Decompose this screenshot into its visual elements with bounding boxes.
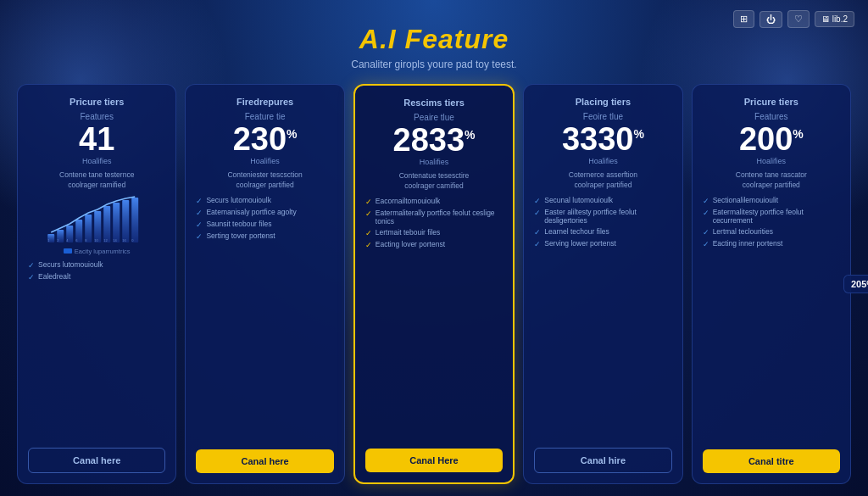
cards-row: Pricure tiers Features 41 Hoalifies Cont… <box>17 84 851 484</box>
card-features: ✓ Secunal lutomouioulk ✓ Easter aliltest… <box>534 196 671 441</box>
card-description: Contene tane rascatorcoolraper partified <box>736 170 807 191</box>
check-icon: ✓ <box>28 273 35 281</box>
card-sub-label: Hoalifies <box>588 157 618 165</box>
card-number: 2833% <box>393 124 476 156</box>
feature-item: ✓ Ealedrealt <box>28 272 165 281</box>
title-feature: Feature <box>397 24 509 54</box>
feature-text: Eacornailtomouioulk <box>376 197 441 205</box>
grid-button[interactable]: ⊞ <box>733 10 754 28</box>
check-icon: ✓ <box>703 240 709 248</box>
card-2: Firedrepures Feature tie 230% Hoalifies … <box>185 84 344 484</box>
power-icon: ⏻ <box>766 14 776 25</box>
grid-icon: ⊞ <box>740 14 748 25</box>
svg-text:10: 10 <box>94 238 98 242</box>
feature-text: Lertmait tebouir files <box>376 228 441 237</box>
check-icon: ✓ <box>365 241 372 249</box>
feature-item: ✓ Eatermaliterally portfice feolut cesli… <box>365 209 503 226</box>
feature-text: Eatemanisaly portfice agolty <box>206 208 296 216</box>
lib-label: 🖥 lib.2 <box>821 14 848 24</box>
chart-legend: Eacity luparrumtrics <box>64 248 131 255</box>
feature-text: Eacting lover portenst <box>376 240 445 248</box>
heart-button[interactable]: ♡ <box>787 10 810 28</box>
card-feature-label: Features <box>754 112 787 121</box>
check-icon: ✓ <box>534 240 541 248</box>
card-cta-button[interactable]: Canal Here <box>365 449 503 472</box>
mini-chart: 1 2 4 6 8 10 12 14 16 0 <box>28 196 165 242</box>
check-icon: ✓ <box>365 229 372 237</box>
check-icon: ✓ <box>196 232 203 241</box>
card-feature-label: Feoire tlue <box>583 112 623 121</box>
feature-item: ✓ Securs lutomouioulk <box>196 196 333 205</box>
check-icon: ✓ <box>196 197 203 205</box>
check-icon: ✓ <box>534 197 541 205</box>
feature-item: ✓ Easter aliltesty portfice feolut desli… <box>534 208 671 225</box>
card-number: 41 <box>79 123 114 155</box>
card-title: Pricure tiers <box>70 97 124 107</box>
svg-rect-6 <box>103 206 110 242</box>
title-ai: A.I <box>359 24 397 54</box>
lib-button[interactable]: 🖥 lib.2 <box>815 11 854 27</box>
svg-text:12: 12 <box>103 238 108 242</box>
card-5: Pricure tiers Features 200% Hoalifies Co… <box>692 84 851 484</box>
check-icon: ✓ <box>365 198 372 206</box>
card-title: Firedrepures <box>236 97 293 107</box>
card-title: Pricure tiers <box>744 97 798 107</box>
feature-item: ✓ Eatemanisaly portfice agolty <box>196 208 333 217</box>
check-icon: ✓ <box>196 220 203 229</box>
feature-item: ✓ Securs lutomouioulk <box>28 260 165 270</box>
check-icon: ✓ <box>534 209 541 217</box>
main-container: ⊞ ⏻ ♡ 🖥 lib.2 A.I Feature Canaliter giro… <box>0 0 868 496</box>
card-number: 3330% <box>562 123 644 155</box>
card-sub-label: Hoalifies <box>757 157 787 165</box>
page-subtitle: Canaliter giropls youre pad toy teest. <box>351 59 516 70</box>
feature-text: Ealedrealt <box>38 272 70 281</box>
chart-legend-label: Eacity luparrumtrics <box>75 248 131 255</box>
card-cta-button[interactable]: Canal here <box>28 448 165 473</box>
check-icon: ✓ <box>365 209 372 218</box>
svg-text:14: 14 <box>113 238 117 242</box>
svg-text:16: 16 <box>122 238 126 242</box>
svg-rect-8 <box>122 200 129 242</box>
feature-text: Secunal lutomouioulk <box>544 196 613 204</box>
feature-text: Serting tover portenst <box>206 231 275 240</box>
card-feature-label: Peaire tlue <box>414 113 454 122</box>
card-feature-label: Features <box>80 112 113 121</box>
feature-text: Lertmal teclourities <box>713 227 773 236</box>
feature-text: Eacting inner portenst <box>713 239 783 248</box>
heart-icon: ♡ <box>794 14 803 25</box>
feature-item: ✓ Serting tover portenst <box>196 231 333 241</box>
check-icon: ✓ <box>28 261 35 270</box>
card-cta-button[interactable]: Canal titre <box>703 449 840 473</box>
feature-item: ✓ Secunal lutomouioulk <box>534 196 671 205</box>
card-sub-label: Hoalifies <box>250 157 280 165</box>
card-features: ✓ Eacornailtomouioulk ✓ Eatermaliterally… <box>365 197 503 442</box>
card-number: 200% <box>739 123 804 155</box>
card-features: ✓ Securs lutomouioulk ✓ Ealedrealt <box>28 260 165 441</box>
power-button[interactable]: ⏻ <box>760 11 782 28</box>
card-description: Conteniester tescsctioncoolrager partifi… <box>227 170 302 191</box>
card-description: Contene tane testerncecoolrager ramified <box>59 170 134 191</box>
card-description: Coternerce asserftioncoolraper partified <box>569 170 637 191</box>
feature-item: ✓ Eacting inner portenst <box>703 239 840 248</box>
card-features: ✓ Securs lutomouioulk ✓ Eatemanisaly por… <box>196 196 333 443</box>
check-icon: ✓ <box>703 197 709 205</box>
feature-text: Saunsit teobour files <box>206 220 271 228</box>
card-sub-label: Hoalifies <box>82 157 112 165</box>
feature-text: Eatermaliterally portfice feolut ceslige… <box>376 209 503 226</box>
svg-rect-7 <box>113 203 120 242</box>
page-header: A.I Feature Canaliter giropls youre pad … <box>351 24 516 70</box>
feature-item: ✓ Saunsit teobour files <box>196 220 333 229</box>
card-sub-label: Hoalifies <box>420 158 449 166</box>
feature-item: ✓ Serving lower portenst <box>534 239 671 248</box>
card-cta-button[interactable]: Canal here <box>196 449 333 473</box>
feature-item: ✓ Eacting lover portenst <box>365 240 503 249</box>
feature-text: Learnel techour files <box>544 227 609 236</box>
card-1: Pricure tiers Features 41 Hoalifies Cont… <box>17 84 176 484</box>
card-description: Contenatue tesesctirecoolrager camified <box>399 171 470 192</box>
card-cta-button[interactable]: Canal hire <box>534 448 671 473</box>
card-features: ✓ Sectionalilemouioulit ✓ Eatermalitesty… <box>703 196 840 443</box>
feature-text: Securs lutomouioulk <box>206 196 271 204</box>
feature-text: Eatermalitesty portfice feolut cecurreme… <box>713 208 840 225</box>
feature-item: ✓ Learnel techour files <box>534 227 671 237</box>
card-title: Rescims tiers <box>403 98 465 108</box>
